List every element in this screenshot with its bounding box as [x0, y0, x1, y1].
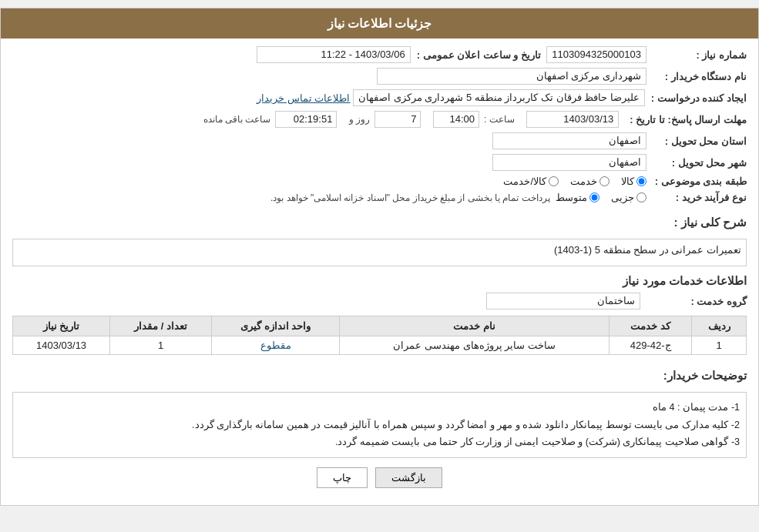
deadline-label: مهلت ارسال پاسخ: تا تاریخ : — [623, 114, 747, 125]
desc-line-3: 3- گواهی صلاحیت پیمانکاری (شرکت) و صلاحی… — [19, 433, 740, 451]
deadline-days-label: روز و — [349, 114, 370, 125]
cat-option-kala-khedmat[interactable]: کالا/خدمت — [503, 176, 559, 187]
col-code: کد خدمت — [609, 316, 691, 336]
process-label-mottavasset: متوسط — [556, 192, 587, 203]
process-radio-jozi[interactable] — [636, 192, 646, 202]
group-label: گروه خدمت : — [646, 296, 747, 307]
cat-label-kala-khedmat: کالا/خدمت — [503, 176, 546, 187]
cell-name: ساخت سایر پروژه‌های مهندسی عمران — [340, 336, 610, 355]
deadline-date: 1403/03/13 — [526, 111, 619, 128]
group-value: ساختمان — [486, 293, 640, 309]
process-radio-mottavasset[interactable] — [589, 192, 599, 202]
deadline-days: 7 — [374, 111, 421, 128]
description-label: توضیحات خریدار: — [646, 369, 747, 383]
cell-code: ج-42-429 — [609, 336, 691, 355]
shomara-value: 1103094325000103 — [546, 46, 646, 63]
cat-option-khedmat[interactable]: خدمت — [570, 176, 610, 187]
province-value: اصفهان — [492, 132, 646, 149]
page-header: جزئیات اطلاعات نیاز — [1, 8, 758, 38]
city-value: اصفهان — [492, 154, 646, 171]
date-value: 1403/03/06 - 11:22 — [257, 46, 411, 63]
province-label: استان محل تحویل : — [646, 136, 747, 147]
cat-label-khedmat: خدمت — [570, 176, 597, 187]
col-radif: ردیف — [692, 316, 747, 336]
deadline-remain: 02:19:51 — [275, 111, 337, 128]
cell-unit: مقطوع — [212, 336, 340, 355]
process-radio-group: جزیی متوسط — [556, 192, 646, 203]
name-value: شهرداری مرکزی اصفهان — [377, 68, 646, 85]
date-label: تاریخ و ساعت اعلان عمومی : — [411, 49, 541, 61]
sharh-label: شرح کلی نیاز : — [646, 216, 747, 229]
process-label-jozi: جزیی — [611, 192, 634, 203]
col-date: تاریخ نیاز — [13, 316, 110, 336]
services-title: اطلاعات خدمات مورد نیاز — [12, 274, 747, 288]
category-radio-group: کالا خدمت کالا/خدمت — [503, 176, 646, 187]
cat-radio-khedmat[interactable] — [599, 176, 610, 186]
process-note: پرداخت تمام یا بخشی از مبلغ خریداز محل "… — [270, 192, 550, 203]
deadline-remain-label: ساعت باقی مانده — [203, 114, 271, 125]
cell-date: 1403/03/13 — [13, 336, 110, 355]
col-amount: تعداد / مقدار — [110, 316, 212, 336]
col-unit: واحد اندازه گیری — [212, 316, 340, 336]
cat-radio-kala-khedmat[interactable] — [549, 176, 559, 186]
desc-line-2: 2- کلیه مدارک می بایست توسط پیمانکار دان… — [19, 417, 740, 434]
creator-value: علیرضا حافظ فرقان تک کاربرداز منطقه 5 شه… — [353, 89, 645, 106]
col-name: نام خدمت — [340, 316, 610, 336]
table-row: 1 ج-42-429 ساخت سایر پروژه‌های مهندسی عم… — [13, 336, 747, 355]
sharh-value: تعمیرات عمرانی در سطح منطقه 5 (1-1403) — [12, 239, 747, 266]
cell-amount: 1 — [110, 336, 212, 355]
deadline-time-label: ساعت : — [484, 114, 515, 125]
cat-radio-kala[interactable] — [636, 176, 646, 186]
description-value: 1- مدت پیمان : 4 ماه 2- کلیه مدارک می با… — [12, 392, 747, 458]
deadline-time: 14:00 — [433, 111, 479, 128]
name-label: نام دستگاه خریدار : — [646, 71, 747, 82]
contact-link[interactable]: اطلاعات تماس خریدار — [257, 92, 350, 104]
back-button[interactable]: بازگشت — [375, 467, 442, 488]
creator-label: ایجاد کننده درخواست : — [645, 92, 747, 104]
process-label: نوع فرآیند خرید : — [646, 192, 747, 203]
cell-radif: 1 — [692, 336, 747, 355]
city-label: شهر محل تحویل : — [646, 157, 747, 169]
cat-option-kala[interactable]: کالا — [621, 176, 646, 187]
process-option-jozi[interactable]: جزیی — [611, 192, 646, 203]
services-table: ردیف کد خدمت نام خدمت واحد اندازه گیری ت… — [12, 316, 747, 355]
button-row: بازگشت چاپ — [12, 467, 747, 488]
cat-label-kala: کالا — [621, 176, 634, 187]
print-button[interactable]: چاپ — [317, 467, 368, 488]
category-label: طبقه بندی موضوعی : — [646, 176, 747, 187]
process-option-mottavasset[interactable]: متوسط — [556, 192, 599, 203]
desc-line-1: 1- مدت پیمان : 4 ماه — [19, 399, 740, 417]
shomara-label: شماره نیاز : — [646, 49, 747, 61]
